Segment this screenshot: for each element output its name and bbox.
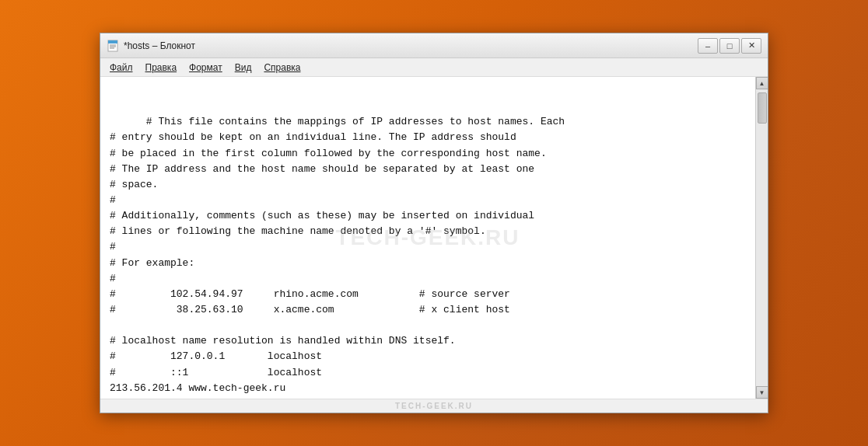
scroll-thumb[interactable] <box>758 92 767 124</box>
file-content: # This file contains the mappings of IP … <box>110 116 565 393</box>
menu-edit[interactable]: Правка <box>139 61 184 75</box>
vertical-scrollbar: ▲ ▼ <box>755 77 768 399</box>
app-icon <box>107 40 119 52</box>
scroll-up-button[interactable]: ▲ <box>756 77 768 89</box>
scroll-down-button[interactable]: ▼ <box>756 386 768 399</box>
content-area: TECH-GEEK.RU # This file contains the ma… <box>100 77 768 399</box>
scroll-track <box>756 89 768 386</box>
bottom-bar: TECH-GEEK.RU <box>100 399 768 413</box>
notepad-window: *hosts – Блокнот – □ ✕ Файл Правка Форма… <box>100 33 768 413</box>
text-editor[interactable]: TECH-GEEK.RU # This file contains the ma… <box>100 77 755 399</box>
menu-format[interactable]: Формат <box>183 61 229 75</box>
menu-file[interactable]: Файл <box>103 61 139 75</box>
window-title: *hosts – Блокнот <box>124 40 698 51</box>
bottom-watermark: TECH-GEEK.RU <box>395 402 473 410</box>
minimize-button[interactable]: – <box>698 38 718 54</box>
close-button[interactable]: ✕ <box>741 38 761 54</box>
menu-help[interactable]: Справка <box>257 61 306 75</box>
title-bar: *hosts – Блокнот – □ ✕ <box>100 33 768 58</box>
menu-bar: Файл Правка Формат Вид Справка <box>100 58 768 77</box>
svg-rect-1 <box>108 40 117 44</box>
window-controls: – □ ✕ <box>698 38 761 54</box>
menu-view[interactable]: Вид <box>229 61 258 75</box>
maximize-button[interactable]: □ <box>719 38 740 54</box>
